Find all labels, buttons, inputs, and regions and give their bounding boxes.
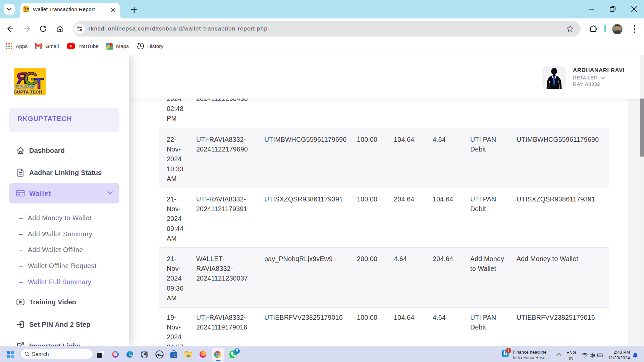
svg-text:DELL: DELL: [155, 353, 163, 356]
svg-text:T: T: [27, 8, 29, 11]
svg-text:GUPTA TECH: GUPTA TECH: [14, 89, 42, 95]
